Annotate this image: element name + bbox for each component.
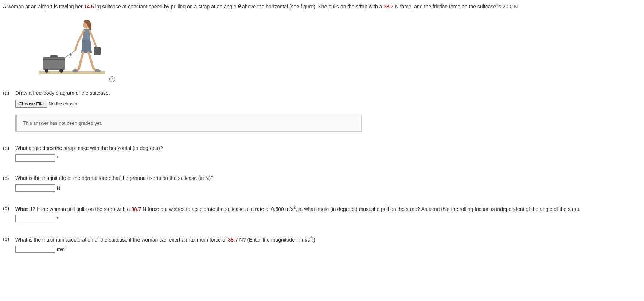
part-d-label: (d) [3,205,14,212]
part-e-text-2: N? (Enter the magnitude in m/s [238,236,310,242]
part-e-label: (e) [3,235,14,243]
part-a: (a) Draw a free-body diagram of the suit… [3,89,641,132]
part-d-text-1: If the woman still pulls on the strap wi… [35,206,131,212]
svg-rect-3 [50,55,58,57]
intro-text-2: kg suitcase at constant speed by pulling… [94,4,238,9]
part-c-unit: N [57,185,60,191]
part-e-force: 38.7 [228,236,238,242]
svg-point-12 [95,69,101,72]
svg-text:θ: θ [70,52,72,57]
svg-point-4 [45,69,48,73]
svg-point-5 [59,69,63,73]
part-e-unit: m/s2 [57,247,66,252]
part-d-text-3: , at what angle (in degrees) must she pu… [296,206,581,212]
choose-file-button[interactable]: Choose File [15,100,47,108]
intro-text-3: above the horizontal (see figure). She p… [241,4,383,9]
part-b: (b) What angle does the strap make with … [3,144,641,162]
mass-value: 14.5 [84,4,94,9]
part-c: (c) What is the magnitude of the normal … [3,174,641,192]
part-b-input[interactable] [15,154,55,162]
theta-symbol: θ [238,4,241,9]
part-e-text-1: What is the maximum acceleration of the … [15,236,228,242]
problem-intro: A woman at an airport is towing her 14.5… [3,3,641,11]
part-b-unit: ° [57,155,59,161]
svg-rect-2 [43,59,65,60]
suitcase-figure: θ [39,14,105,80]
svg-line-6 [64,51,75,58]
what-if-label: What If? [15,206,35,212]
intro-text-4: N force, and the friction force on the s… [394,4,519,9]
part-b-label: (b) [3,144,14,152]
part-e-unit-text: m/s [57,247,65,252]
part-e-text-3: .) [312,236,315,242]
part-d-force: 38.7 [131,206,141,212]
no-file-text: No file chosen [48,101,78,107]
ungraded-message: This answer has not been graded yet. [15,115,362,132]
part-a-label: (a) [3,89,14,97]
part-d-input[interactable] [15,215,55,222]
part-d-question: What If? If the woman still pulls on the… [15,205,639,213]
part-d-text-2: N force but wishes to accelerate the sui… [141,206,293,212]
figure-container: θ i [39,14,641,82]
intro-text-1: A woman at an airport is towing her [3,4,84,9]
force-value: 38.7 [383,4,393,9]
part-e-input[interactable] [15,246,55,253]
svg-rect-10 [94,47,101,55]
svg-point-11 [72,69,78,72]
part-c-label: (c) [3,174,14,182]
part-a-question: Draw a free-body diagram of the suitcase… [15,89,639,97]
part-e-exp2: 2 [65,246,66,250]
part-d: (d) What If? If the woman still pulls on… [3,205,641,223]
part-b-question: What angle does the strap make with the … [15,144,639,152]
part-c-input[interactable] [15,184,55,192]
part-e-question: What is the maximum acceleration of the … [15,235,639,244]
part-c-question: What is the magnitude of the normal forc… [15,174,639,182]
part-d-unit: ° [57,216,59,221]
info-icon[interactable]: i [109,76,115,82]
part-e: (e) What is the maximum acceleration of … [3,235,641,253]
